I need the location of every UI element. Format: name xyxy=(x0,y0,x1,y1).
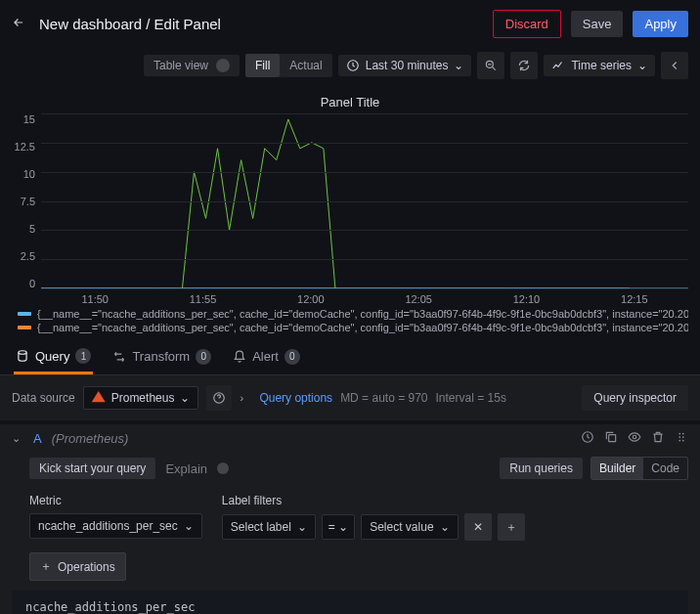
chevron-down-icon: ⌄ xyxy=(180,391,190,405)
query-options-link[interactable]: Query options xyxy=(259,391,332,405)
remove-filter-button[interactable]: ✕ xyxy=(464,513,492,541)
tab-query[interactable]: Query 1 xyxy=(14,348,93,374)
database-icon xyxy=(16,349,29,363)
x-tick: 12:10 xyxy=(472,293,580,305)
add-operation-button[interactable]: ＋ Operations xyxy=(29,552,126,581)
duplicate-query-icon[interactable] xyxy=(604,430,618,447)
tab-alert[interactable]: Alert 0 xyxy=(231,348,302,374)
value-select-placeholder: Select value xyxy=(370,520,433,534)
transform-icon xyxy=(112,350,126,364)
time-range-picker[interactable]: Last 30 minutes ⌄ xyxy=(338,55,472,76)
x-tick: 11:50 xyxy=(41,293,149,305)
plot-surface xyxy=(41,113,688,289)
drag-handle-icon[interactable] xyxy=(675,430,688,447)
tab-transform-label: Transform xyxy=(132,349,190,364)
data-source-select[interactable]: Prometheus ⌄ xyxy=(83,386,199,410)
metric-value: ncache_additions_per_sec xyxy=(38,519,178,533)
svg-rect-6 xyxy=(609,435,616,442)
value-select[interactable]: Select value ⌄ xyxy=(361,514,458,540)
y-tick: 15 xyxy=(23,113,35,125)
x-tick: 12:15 xyxy=(581,293,688,305)
refresh-button[interactable] xyxy=(510,52,538,79)
chevron-down-icon: ⌄ xyxy=(454,59,463,72)
prometheus-icon xyxy=(92,391,106,405)
legend-item[interactable]: {__name__="ncache_additions_per_sec", ca… xyxy=(18,321,688,334)
metric-select[interactable]: ncache_additions_per_sec ⌄ xyxy=(29,513,202,539)
table-view-label: Table view xyxy=(153,59,208,72)
plus-icon: ＋ xyxy=(40,558,52,575)
explain-label: Explain xyxy=(165,461,207,476)
builder-mode[interactable]: Builder xyxy=(591,458,643,479)
chart-plot-area: 1512.5107.552.50 xyxy=(12,113,688,289)
y-tick: 2.5 xyxy=(21,250,35,262)
data-source-help-button[interactable] xyxy=(206,385,232,411)
back-arrow-icon[interactable] xyxy=(12,16,29,33)
legend-swatch xyxy=(18,312,31,316)
legend-item[interactable]: {__name__="ncache_additions_per_sec", ca… xyxy=(18,307,688,321)
md-info: MD = auto = 970 xyxy=(340,391,427,405)
chevron-right-icon[interactable]: › xyxy=(240,392,251,404)
zoom-out-button[interactable] xyxy=(477,52,504,79)
explain-toggle[interactable] xyxy=(217,462,229,474)
toggle-visibility-icon[interactable] xyxy=(628,430,641,447)
save-button[interactable]: Save xyxy=(571,11,624,37)
x-tick: 12:00 xyxy=(257,293,365,305)
panel-collapse-button[interactable] xyxy=(661,52,688,79)
table-view-toggle[interactable]: Table view xyxy=(144,55,240,76)
page-title: New dashboard / Edit Panel xyxy=(39,16,483,32)
apply-button[interactable]: Apply xyxy=(633,11,688,37)
kickstart-button[interactable]: Kick start your query xyxy=(29,458,155,479)
data-source-name: Prometheus xyxy=(111,391,175,405)
operations-label: Operations xyxy=(58,560,115,574)
tab-query-badge: 1 xyxy=(75,348,91,364)
query-expression: ncache_additions_per_sec xyxy=(12,591,688,614)
discard-button[interactable]: Discard xyxy=(493,10,561,38)
x-tick: 11:55 xyxy=(149,293,256,305)
operator-select[interactable]: = ⌄ xyxy=(322,514,355,540)
tab-transform[interactable]: Transform 0 xyxy=(110,348,213,374)
svg-point-13 xyxy=(682,440,684,442)
viz-type-label: Time series xyxy=(571,59,632,72)
query-ds-inline: (Prometheus) xyxy=(52,431,129,446)
tab-transform-badge: 0 xyxy=(196,349,211,365)
y-tick: 12.5 xyxy=(15,141,35,153)
y-tick: 10 xyxy=(23,168,35,180)
svg-point-8 xyxy=(678,433,680,435)
label-select[interactable]: Select label ⌄ xyxy=(222,514,316,540)
delete-query-icon[interactable] xyxy=(651,430,665,447)
chevron-down-icon: ⌄ xyxy=(440,520,450,534)
legend-swatch xyxy=(18,326,31,329)
code-mode[interactable]: Code xyxy=(643,458,687,479)
y-axis: 1512.5107.552.50 xyxy=(12,113,41,289)
query-history-icon[interactable] xyxy=(581,430,594,447)
clock-icon xyxy=(346,59,360,72)
fill-actual-segmented: Fill Actual xyxy=(245,54,332,77)
svg-point-12 xyxy=(678,440,680,442)
panel-title: Panel Title xyxy=(12,89,688,113)
actual-option[interactable]: Actual xyxy=(280,54,331,77)
chevron-down-icon: ⌄ xyxy=(184,519,194,533)
run-queries-button[interactable]: Run queries xyxy=(500,458,583,479)
svg-point-11 xyxy=(682,436,684,438)
svg-point-9 xyxy=(682,433,684,435)
label-filters-label: Label filters xyxy=(222,494,525,507)
x-tick: 12:05 xyxy=(365,293,472,305)
chart-icon xyxy=(551,59,565,72)
bell-icon xyxy=(233,350,246,364)
svg-point-10 xyxy=(678,436,680,438)
legend-label: {__name__="ncache_additions_per_sec", ca… xyxy=(37,308,688,320)
query-inspector-button[interactable]: Query inspector xyxy=(582,385,688,411)
label-select-placeholder: Select label xyxy=(231,520,291,534)
chevron-down-icon: ⌄ xyxy=(297,520,307,534)
toggle-dot-icon xyxy=(216,59,230,72)
visualization-select[interactable]: Time series ⌄ xyxy=(544,55,655,76)
legend-label: {__name__="ncache_additions_per_sec", ca… xyxy=(37,322,688,333)
collapse-query-icon[interactable]: ⌄ xyxy=(12,432,23,445)
chevron-down-icon: ⌄ xyxy=(338,520,348,534)
x-axis: 11:5011:5512:0012:0512:1012:15 xyxy=(12,289,688,305)
query-ref-id[interactable]: A xyxy=(33,431,42,446)
fill-option[interactable]: Fill xyxy=(245,54,280,77)
interval-info: Interval = 15s xyxy=(436,391,506,405)
builder-code-toggle: Builder Code xyxy=(591,457,688,480)
add-filter-button[interactable]: ＋ xyxy=(498,513,525,541)
